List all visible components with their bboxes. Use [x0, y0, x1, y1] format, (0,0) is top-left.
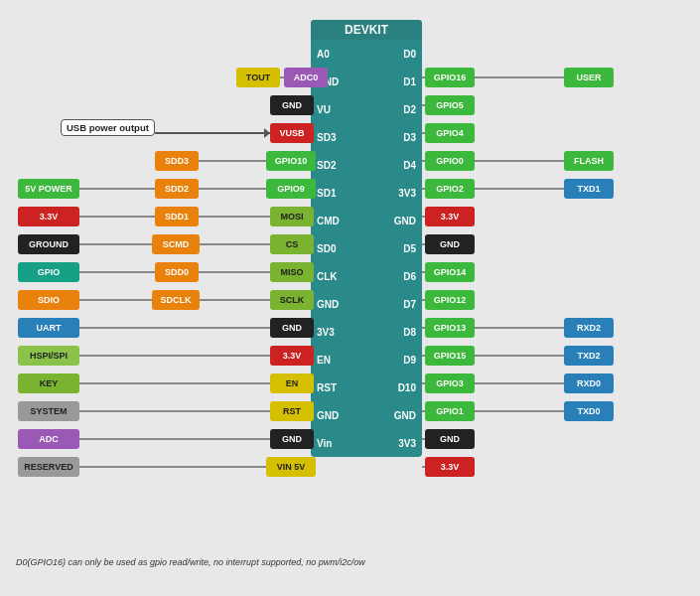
chip-gpio5: GPIO5 [425, 95, 475, 115]
connector-line [79, 271, 155, 273]
pin-row-2: VUD2 [311, 95, 422, 123]
connector-line [79, 299, 152, 301]
chip-tout: TOUT [236, 68, 280, 87]
pin-left-13: GND [317, 410, 351, 421]
pin-left-6: CMD [317, 216, 351, 226]
chip-adc0: ADC0 [284, 68, 328, 87]
pin-right-3: D3 [381, 132, 416, 143]
connector-line [79, 188, 155, 190]
chip-sdd1: SDD1 [155, 207, 199, 226]
chip-ground: GROUND [18, 234, 79, 254]
chip-gpio4: GPIO4 [425, 123, 475, 143]
chip-gpio0: GPIO0 [425, 151, 475, 171]
connector-line [79, 410, 270, 412]
connector-line [79, 438, 270, 440]
pin-row-14: Vin3V3 [311, 429, 422, 457]
pin-right-14: 3V3 [381, 438, 416, 449]
pin-left-5: SD1 [317, 188, 351, 199]
chip-3.3v: 3.3V [18, 207, 79, 226]
pin-row-11: END9 [311, 346, 422, 373]
chip-mosi: MOSI [270, 207, 314, 226]
chip-user: USER [564, 68, 614, 87]
usb-arrow [264, 128, 270, 138]
pin-left-9: GND [317, 299, 351, 310]
pin-left-2: VU [317, 104, 351, 115]
pin-right-12: D10 [381, 382, 416, 393]
pin-right-4: D4 [381, 160, 416, 171]
pin-row-6: CMDGND [311, 207, 422, 234]
pin-right-5: 3V3 [381, 188, 416, 199]
pin-row-5: SD13V3 [311, 179, 422, 207]
pin-left-4: SD2 [317, 160, 351, 171]
board-title: DEVKIT [311, 20, 422, 40]
pin-row-7: SD0D5 [311, 234, 422, 262]
pin-row-4: SD2D4 [311, 151, 422, 179]
connector-line [79, 466, 266, 468]
chip-sdd2: SDD2 [155, 179, 199, 199]
chip-gpio12: GPIO12 [425, 290, 475, 310]
connector-line [155, 132, 270, 134]
chip-key: KEY [18, 373, 79, 393]
chip-gpio: GPIO [18, 262, 79, 282]
main-container: DEVKIT A0D0GNDD1VUD2SD3D3SD2D4SD13V3CMDG… [0, 0, 700, 596]
pin-row-12: RSTD10 [311, 373, 422, 401]
connector-line [199, 160, 266, 162]
chip-gpio9: GPIO9 [266, 179, 316, 199]
chip-gnd: GND [270, 429, 314, 449]
chip-gnd: GND [270, 95, 314, 115]
pin-left-14: Vin [317, 438, 351, 449]
pin-right-8: D6 [381, 271, 416, 282]
chip-reserved: RESERVED [18, 457, 79, 477]
connector-line [475, 76, 564, 78]
pin-left-3: SD3 [317, 132, 351, 143]
pin-left-8: CLK [317, 271, 351, 282]
connector-line [475, 327, 564, 329]
chip-gnd: GND [425, 234, 475, 254]
connector-line [475, 160, 564, 162]
chip-rxd2: RXD2 [564, 318, 614, 338]
chip-system: SYSTEM [18, 401, 79, 421]
pin-left-0: A0 [317, 49, 351, 60]
chip-vusb: VUSB [270, 123, 314, 143]
connector-line [475, 188, 564, 190]
pin-left-12: RST [317, 382, 351, 393]
pin-row-10: 3V3D8 [311, 318, 422, 346]
chip-gpio3: GPIO3 [425, 373, 475, 393]
chip-5v-power: 5V POWER [18, 179, 79, 199]
chip-gpio15: GPIO15 [425, 346, 475, 366]
pin-right-11: D9 [381, 355, 416, 366]
chip-gnd: GND [425, 429, 475, 449]
chip-3.3v: 3.3V [425, 457, 475, 477]
chip-flash: FLASH [564, 151, 614, 171]
pin-right-7: D5 [381, 243, 416, 254]
pin-row-0: A0D0 [311, 40, 422, 68]
pin-row-8: CLKD6 [311, 262, 422, 290]
pin-left-7: SD0 [317, 243, 351, 254]
connector-line [79, 382, 270, 384]
connector-line [200, 243, 270, 245]
chip-gnd: GND [270, 318, 314, 338]
chip-sdd0: SDD0 [155, 262, 199, 282]
connector-line [475, 382, 564, 384]
connector-line [475, 355, 564, 357]
chip-vin-5v: VIN 5V [266, 457, 316, 477]
chip-gpio1: GPIO1 [425, 401, 475, 421]
chip-3.3v: 3.3V [425, 207, 475, 226]
connector-line [199, 271, 270, 273]
pin-left-10: 3V3 [317, 327, 351, 338]
chip-adc: ADC [18, 429, 79, 449]
diagram-area: DEVKIT A0D0GNDD1VUD2SD3D3SD2D4SD13V3CMDG… [8, 8, 692, 569]
pin-right-9: D7 [381, 299, 416, 310]
bottom-note: D0(GPIO16) can only be used as gpio read… [16, 557, 365, 567]
chip-gpio10: GPIO10 [266, 151, 316, 171]
chip-hspi/spi: HSPI/SPI [18, 346, 79, 366]
connector-line [475, 410, 564, 412]
chip-sdd3: SDD3 [155, 151, 199, 171]
connector-line [199, 216, 270, 218]
pin-row-9: GNDD7 [311, 290, 422, 318]
chip-rxd0: RXD0 [564, 373, 614, 393]
pin-right-2: D2 [381, 104, 416, 115]
pin-left-11: EN [317, 355, 351, 366]
usb-power-label: USB power output [61, 119, 155, 136]
chip-rst: RST [270, 401, 314, 421]
